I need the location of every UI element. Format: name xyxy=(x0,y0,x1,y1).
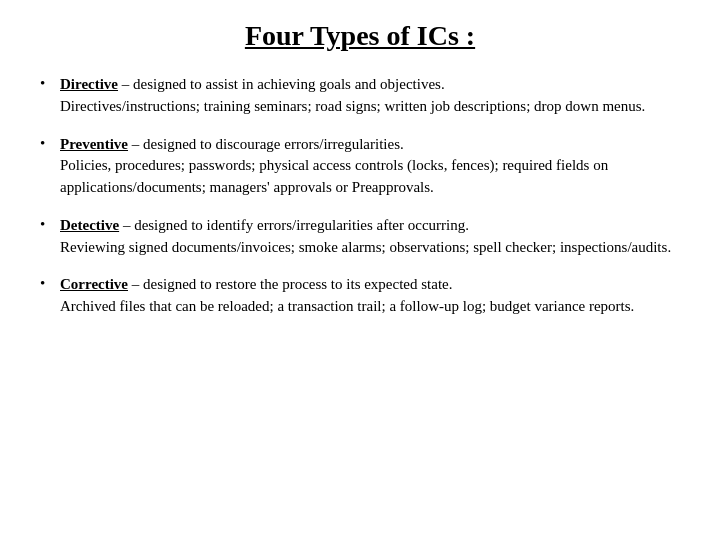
heading-corrective-rest: – designed to restore the process to its… xyxy=(128,276,453,292)
page-title: Four Types of ICs : xyxy=(40,20,680,52)
section-directive: • Directive – designed to assist in achi… xyxy=(40,74,680,118)
heading-directive-rest: – designed to assist in achieving goals … xyxy=(118,76,445,92)
heading-corrective: Corrective xyxy=(60,276,128,292)
heading-detective: Detective xyxy=(60,217,119,233)
heading-detective-rest: – designed to identify errors/irregulari… xyxy=(119,217,469,233)
heading-preventive-rest: – designed to discourage errors/irregula… xyxy=(128,136,404,152)
section-preventive: • Preventive – designed to discourage er… xyxy=(40,134,680,199)
bullet-preventive: • xyxy=(40,134,60,152)
heading-directive: Directive xyxy=(60,76,118,92)
section-corrective: • Corrective – designed to restore the p… xyxy=(40,274,680,318)
body-detective: Reviewing signed documents/invoices; smo… xyxy=(60,237,680,259)
content-detective: Detective – designed to identify errors/… xyxy=(60,215,680,259)
body-preventive: Policies, procedures; passwords; physica… xyxy=(60,155,680,199)
body-corrective: Archived files that can be reloaded; a t… xyxy=(60,296,680,318)
bullet-detective: • xyxy=(40,215,60,233)
content-preventive: Preventive – designed to discourage erro… xyxy=(60,134,680,199)
body-directive: Directives/instructions; training semina… xyxy=(60,96,680,118)
heading-preventive: Preventive xyxy=(60,136,128,152)
bullet-corrective: • xyxy=(40,274,60,292)
page: Four Types of ICs : • Directive – design… xyxy=(0,0,720,540)
content-directive: Directive – designed to assist in achiev… xyxy=(60,74,680,118)
content-corrective: Corrective – designed to restore the pro… xyxy=(60,274,680,318)
bullet-directive: • xyxy=(40,74,60,92)
section-detective: • Detective – designed to identify error… xyxy=(40,215,680,259)
